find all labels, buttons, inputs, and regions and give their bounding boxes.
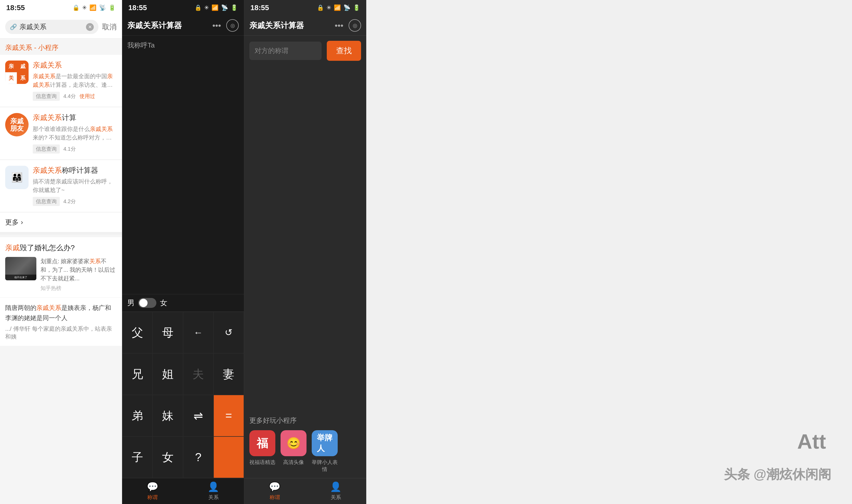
- result-meta-3: 信息查询 4.2分: [33, 197, 116, 206]
- battery-icon-3: 🔋: [353, 4, 360, 11]
- nav-item-chengwei-3[interactable]: 💬 称谓: [244, 478, 305, 504]
- gender-toggle: 男 女: [122, 294, 244, 312]
- key-wife[interactable]: 妻: [214, 353, 244, 395]
- header-actions-2: ••• ◎: [212, 19, 239, 32]
- section-header: 亲戚关系 - 小程序: [0, 38, 122, 55]
- battery-icon-2: 🔋: [231, 4, 238, 11]
- key-question[interactable]: ?: [183, 436, 214, 478]
- target-btn-3[interactable]: ◎: [349, 19, 361, 32]
- signal-icon-2: 📶: [212, 4, 218, 11]
- panel-calculator-dark: 18:55 🔒 ✳ 📶 📡 🔋 亲戚关系计算器 ••• ◎ 我称呼Ta 男 女 …: [122, 0, 244, 504]
- more-programs-title: 更多好玩小程序: [249, 416, 361, 425]
- status-bar-2: 18:55 🔒 ✳ 📶 📡 🔋: [122, 0, 244, 16]
- search-bar: 🔗 亲戚关系 ✕ 取消: [0, 16, 122, 38]
- bottom-nav-3: 💬 称谓 👤 关系: [244, 478, 366, 504]
- target-btn-2[interactable]: ◎: [226, 19, 239, 32]
- key-husband[interactable]: 夫: [183, 353, 214, 395]
- key-brother[interactable]: 兄: [122, 353, 152, 395]
- lock-icon-3: 🔒: [317, 4, 324, 11]
- panel-calculator-search: 18:55 🔒 ✳ 📶 📡 🔋 亲戚关系计算器 ••• ◎ 对方的称谓 查找 更…: [244, 0, 366, 504]
- result-meta-1: 信息查询 4.4分 使用过: [33, 92, 116, 101]
- toggle-knob: [139, 299, 147, 307]
- key-younger-sister[interactable]: 妹: [152, 395, 183, 436]
- status-time-1: 18:55: [6, 4, 25, 12]
- program-label-3: 举牌小人表情: [312, 459, 338, 473]
- nav-item-guanxi-2[interactable]: 👤 关系: [183, 478, 244, 504]
- key-sister-elder[interactable]: 姐: [152, 353, 183, 395]
- rating-3: 4.2分: [64, 198, 76, 205]
- key-mother[interactable]: 母: [152, 312, 183, 353]
- search-clear-btn[interactable]: ✕: [86, 23, 94, 31]
- lock-icon-2: 🔒: [195, 4, 202, 11]
- program-label-2: 高清头像: [280, 459, 307, 466]
- att-text: Att: [797, 431, 826, 452]
- more-label: 更多: [5, 218, 19, 227]
- nav-icon-guanxi-2: 👤: [207, 481, 219, 492]
- key-daughter[interactable]: 女: [152, 436, 183, 478]
- key-equals[interactable]: =: [214, 395, 244, 436]
- result-content-3: 亲戚关系称呼计算器 搞不清楚亲戚应该叫什么称呼，你就尴尬了~ 信息查询 4.2分: [33, 166, 116, 206]
- dots-btn-2[interactable]: •••: [212, 21, 221, 30]
- gender-toggle-switch[interactable]: [138, 298, 156, 308]
- program-item-1[interactable]: 福 祝福语精选: [249, 430, 275, 473]
- article-sub-1: .../ 傅华轩 每个家庭的亲戚关系中，站表亲和姨: [5, 325, 116, 341]
- display-area-2: 我称呼Ta: [122, 36, 244, 294]
- key-younger-brother[interactable]: 弟: [122, 395, 152, 436]
- search-input-text[interactable]: 亲戚关系: [19, 22, 84, 32]
- nav-icon-guanxi-3: 👤: [330, 481, 342, 492]
- nav-label-guanxi-3: 关系: [331, 494, 341, 501]
- nav-item-guanxi-3[interactable]: 👤 关系: [305, 478, 366, 504]
- more-row[interactable]: 更多 ›: [0, 212, 122, 232]
- nav-label-chengwei-2: 称谓: [147, 494, 158, 501]
- app-header-2: 亲戚关系计算器 ••• ◎: [122, 16, 244, 36]
- chain-icon: 🔗: [10, 24, 17, 30]
- watermark-overlay: 他不出来了: [5, 275, 36, 280]
- program-icon-3: 举牌人: [312, 430, 338, 456]
- search-input-wrap[interactable]: 🔗 亲戚关系 ✕: [5, 20, 98, 34]
- lock-icon: 🔒: [72, 4, 79, 11]
- result-card-2[interactable]: 亲戚朋友 亲戚关系计算 那个谁谁谁跟你是什么亲戚关系来的? 不知道怎么称呼对方，…: [0, 107, 122, 159]
- search-cancel-btn[interactable]: 取消: [102, 22, 116, 32]
- news-row[interactable]: 他不出来了 划重点: 娘家婆婆家关系不和，为了... 我的天呐！以后过不下去就赶…: [5, 257, 116, 292]
- bottom-nav-2: 💬 称谓 👤 关系: [122, 478, 244, 504]
- battery-icon: 🔋: [109, 4, 115, 11]
- key-father[interactable]: 父: [122, 312, 152, 353]
- result-desc-1: 亲戚关系是一款最全面的中国亲戚关系计算器，走亲访友、逢年过节必备神器，避免叫错、…: [33, 72, 116, 89]
- program-item-3[interactable]: 举牌人 举牌小人表情: [312, 430, 338, 473]
- tag-3: 信息查询: [33, 197, 60, 206]
- program-icon-1: 福: [249, 430, 275, 456]
- wifi-icon-3: 📡: [343, 4, 350, 11]
- tag-1: 信息查询: [33, 92, 60, 101]
- gender-female: 女: [160, 298, 167, 308]
- nav-icon-chengwei-3: 💬: [269, 481, 280, 492]
- rating-2: 4.1分: [64, 145, 76, 152]
- key-orange-empty[interactable]: [214, 436, 244, 478]
- result-title-2: 亲戚关系计算: [33, 113, 116, 122]
- result-card-3[interactable]: 👨‍👩‍👧 亲戚关系称呼计算器 搞不清楚亲戚应该叫什么称呼，你就尴尬了~ 信息查…: [0, 160, 122, 212]
- result-card-1[interactable]: 亲 戚 关 系 亲戚关系 亲戚关系是一款最全面的中国亲戚关系计算器，走亲访友、逢…: [0, 55, 122, 107]
- panel-search: 18:55 🔒 ✳ 📶 📡 🔋 🔗 亲戚关系 ✕ 取消 亲戚关系 - 小程序 亲…: [0, 0, 122, 504]
- key-son[interactable]: 子: [122, 436, 152, 478]
- key-backspace[interactable]: ←: [183, 312, 214, 353]
- nav-label-guanxi-2: 关系: [208, 494, 219, 501]
- program-item-2[interactable]: 😊 高清头像: [280, 430, 307, 473]
- news-title: 亲戚毁了婚礼怎么办?: [5, 243, 116, 253]
- news-content: 划重点: 娘家婆婆家关系不和，为了... 我的天呐！以后过不下去就赶紧... 知…: [40, 257, 116, 292]
- news-desc: 划重点: 娘家婆婆家关系不和，为了... 我的天呐！以后过不下去就赶紧...: [40, 257, 116, 283]
- search-input-dark[interactable]: 对方的称谓: [249, 41, 322, 60]
- status-bar-3: 18:55 🔒 ✳ 📶 📡 🔋: [244, 0, 366, 16]
- chevron-right-icon: ›: [21, 218, 23, 226]
- result-desc-2: 那个谁谁谁跟你是什么亲戚关系来的? 不知道怎么称呼对方，亲戚关系计算为您准确的计…: [33, 125, 116, 142]
- dots-btn-3[interactable]: •••: [334, 21, 343, 30]
- news-source: 知乎热榜: [40, 285, 116, 292]
- news-section: 亲戚毁了婚礼怎么办? 他不出来了 划重点: 娘家婆婆家关系不和，为了... 我的…: [0, 237, 122, 298]
- key-swap[interactable]: ⇌: [183, 395, 214, 436]
- bluetooth-icon-3: ✳: [327, 4, 331, 11]
- bluetooth-icon: ✳: [82, 4, 87, 11]
- key-reset[interactable]: ↺: [214, 312, 244, 353]
- search-btn[interactable]: 查找: [327, 41, 361, 61]
- article-item-1[interactable]: 隋唐两朝的亲戚关系是姨表亲，杨广和李渊的姥姥是同一个人 .../ 傅华轩 每个家…: [0, 298, 122, 346]
- watermark-container: Att: [797, 431, 826, 452]
- nav-item-chengwei-2[interactable]: 💬 称谓: [122, 478, 183, 504]
- header-actions-3: ••• ◎: [334, 19, 361, 32]
